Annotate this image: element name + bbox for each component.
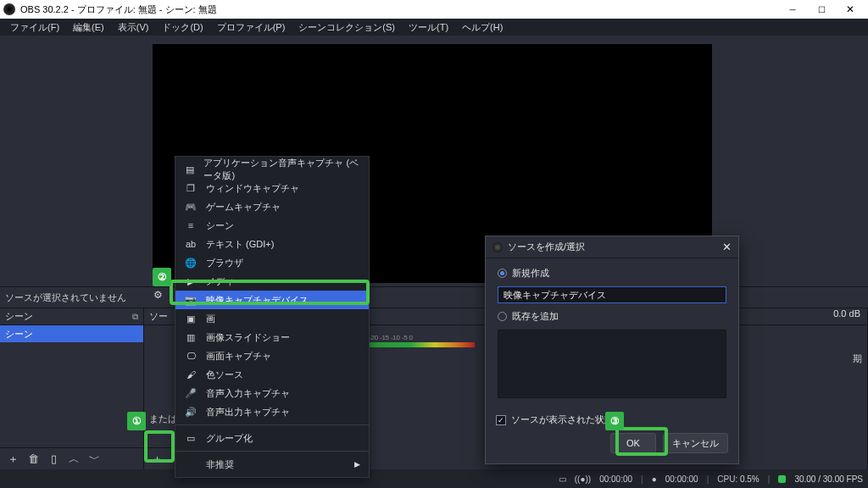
ctx-deprecated[interactable]: 非推奨▶ <box>175 455 369 474</box>
live-indicator-icon: ((●)) <box>575 474 591 484</box>
globe-icon: 🌐 <box>184 258 198 269</box>
menu-dock[interactable]: ドック(D) <box>155 19 209 36</box>
window-icon: ❐ <box>184 183 198 194</box>
ctx-group[interactable]: ▭グループ化 <box>175 429 369 447</box>
obs-icon <box>3 3 15 15</box>
ctx-audio-output-capture[interactable]: 🔊音声出力キャプチャ <box>175 402 369 421</box>
play-icon: ▶ <box>184 276 198 287</box>
mic-icon: 🎤 <box>184 388 198 399</box>
scene-up-button[interactable]: ︿ <box>64 451 83 468</box>
obs-icon <box>492 242 503 252</box>
scene-filter-button[interactable]: ▯ <box>44 451 63 468</box>
ctx-scene[interactable]: ≡シーン <box>175 216 369 235</box>
ctx-window-capture[interactable]: ❐ウィンドウキャプチャ <box>175 179 369 197</box>
menu-edit[interactable]: 編集(E) <box>66 19 111 36</box>
add-source-context-menu: ▤アプリケーション音声キャプチャ (ベータ版) ❐ウィンドウキャプチャ 🎮ゲーム… <box>175 156 370 478</box>
scene-down-button[interactable]: ﹀ <box>85 451 103 468</box>
ctx-image[interactable]: ▣画 <box>175 309 369 328</box>
scene-item[interactable]: シーン <box>0 325 143 342</box>
scenes-toolbar: ＋ 🗑 ▯ ︿ ﹀ <box>0 447 143 469</box>
checkbox-icon: ✓ <box>496 415 506 425</box>
ctx-display-capture[interactable]: 🖵画面キャプチャ <box>175 347 369 365</box>
ctx-video-capture-device[interactable]: 📷映像キャプチャデバイス <box>175 291 369 309</box>
close-button[interactable]: ✕ <box>836 0 865 19</box>
ctx-audio-input-capture[interactable]: 🎤音声入力キャプチャ <box>175 384 369 402</box>
existing-sources-list[interactable] <box>498 330 726 398</box>
obs-app-window: OBS 30.2.2 - プロファイル: 無題 - シーン: 無題 ─ ☐ ✕ … <box>0 0 868 488</box>
radio-create-new[interactable]: 新規作成 <box>498 267 726 280</box>
status-rec-time: 00:00:00 <box>665 474 698 484</box>
ctx-browser[interactable]: 🌐ブラウザ <box>175 253 369 272</box>
mixer-0db-label: 0.0 dB <box>833 308 860 319</box>
ctx-game-capture[interactable]: 🎮ゲームキャプチャ <box>175 197 369 216</box>
menu-tools[interactable]: ツール(T) <box>402 19 455 36</box>
status-net-icon: ▭ <box>559 474 566 484</box>
gamepad-icon: 🎮 <box>184 202 198 213</box>
dialog-title: ソースを作成/選択 <box>508 241 585 253</box>
mixer-right-label: 期 <box>853 352 862 365</box>
scenes-dock: シーン ⧉ シーン ＋ 🗑 ▯ ︿ ﹀ <box>0 308 144 469</box>
add-source-button[interactable]: ＋ <box>147 451 166 468</box>
new-source-name-input[interactable] <box>498 286 726 303</box>
menubar: ファイル(F) 編集(E) 表示(V) ドック(D) プロファイル(P) シーン… <box>0 19 868 36</box>
window-title: OBS 30.2.2 - プロファイル: 無題 - シーン: 無題 <box>20 3 778 16</box>
annotation-step-2-badge: ② <box>153 268 171 286</box>
radio-add-existing[interactable]: 既存を追加 <box>498 310 726 323</box>
ctx-color-source[interactable]: 🖌色ソース <box>175 365 369 384</box>
remove-scene-button[interactable]: 🗑 <box>24 451 42 468</box>
text-icon: ab <box>184 239 198 249</box>
speaker-icon: 🔊 <box>184 407 198 418</box>
popout-icon[interactable]: ⧉ <box>132 312 138 322</box>
menu-file[interactable]: ファイル(F) <box>3 19 66 36</box>
sources-dock-title: ソー <box>149 310 168 323</box>
status-live-time: 00:00:00 <box>599 474 632 484</box>
radio-icon <box>498 269 507 278</box>
scenes-dock-title: シーン <box>5 310 33 323</box>
chevron-right-icon: ▶ <box>354 460 360 469</box>
close-dialog-button[interactable]: ✕ <box>722 241 732 253</box>
context-menu-separator <box>175 424 369 425</box>
status-fps: 30.00 / 30.00 FPS <box>794 474 863 484</box>
app-icon: ▤ <box>184 164 195 175</box>
monitor-icon: 🖵 <box>184 351 198 361</box>
list-icon: ≡ <box>184 220 198 230</box>
titlebar: OBS 30.2.2 - プロファイル: 無題 - シーン: 無題 ─ ☐ ✕ <box>0 0 868 19</box>
image-icon: ▣ <box>184 313 198 324</box>
menu-profile[interactable]: プロファイル(P) <box>210 19 292 36</box>
annotation-step-3-badge: ③ <box>605 412 624 430</box>
ok-button[interactable]: OK <box>610 433 656 453</box>
add-scene-button[interactable]: ＋ <box>3 451 22 468</box>
ctx-app-audio-capture[interactable]: ▤アプリケーション音声キャプチャ (ベータ版) <box>175 160 369 179</box>
menu-scene-collection[interactable]: シーンコレクション(S) <box>292 19 402 36</box>
menu-help[interactable]: ヘルプ(H) <box>455 19 509 36</box>
ctx-text-gdi[interactable]: abテキスト (GDI+) <box>175 235 369 253</box>
brush-icon: 🖌 <box>184 369 198 380</box>
radio-icon <box>498 312 507 321</box>
maximize-button[interactable]: ☐ <box>807 0 836 19</box>
context-menu-separator <box>175 451 369 452</box>
status-fps-indicator-icon <box>778 475 786 483</box>
gear-icon[interactable]: ⚙ <box>149 286 166 303</box>
minimize-button[interactable]: ─ <box>778 0 807 19</box>
statusbar: ▭ ((●)) 00:00:00 | ● 00:00:00 | CPU: 0.5… <box>0 469 868 488</box>
ctx-image-slideshow[interactable]: ▥画像スライドショー <box>175 328 369 347</box>
status-cpu: CPU: 0.5% <box>717 474 759 484</box>
cancel-button[interactable]: キャンセル <box>663 433 728 453</box>
annotation-step-1-badge: ① <box>127 412 146 430</box>
camera-icon: 📷 <box>184 295 198 306</box>
slideshow-icon: ▥ <box>184 332 198 343</box>
rec-indicator-icon: ● <box>652 474 657 484</box>
menu-view[interactable]: 表示(V) <box>111 19 156 36</box>
ctx-media-source[interactable]: ▶メディ <box>175 272 369 291</box>
group-icon: ▭ <box>184 433 198 444</box>
